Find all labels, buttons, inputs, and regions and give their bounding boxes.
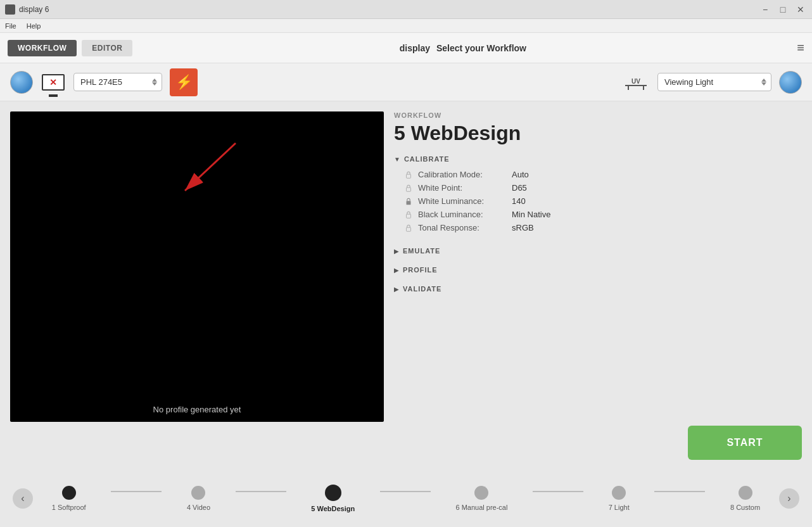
device-select-wrapper: PHL 274E5: [73, 73, 162, 91]
cal-value-4: Min Native: [512, 210, 550, 219]
svg-line-1: [185, 143, 236, 191]
header-subtitle: Select your Workflow: [436, 43, 526, 53]
cal-value-2: D65: [512, 183, 527, 193]
cal-row-tonal-response: Tonal Response: sRGB: [404, 221, 802, 234]
cal-label-3: White Luminance:: [418, 196, 507, 206]
menu-icon[interactable]: ≡: [797, 41, 804, 55]
step-label-6: 6 Manual pre-cal: [455, 504, 507, 511]
menubar: File Help: [0, 19, 812, 33]
usb-icon: ⚡: [175, 74, 193, 91]
stepper-items: 1 Softproof 4 Video 5 WebDesign 6 Manual…: [33, 485, 779, 512]
light-select[interactable]: Viewing Light: [657, 73, 771, 91]
preview-panel: No profile generated yet: [10, 111, 384, 460]
step-connector-7-8: [654, 491, 705, 492]
uv-label: UV: [631, 78, 640, 85]
step-dot-1: [62, 486, 76, 500]
devicebar-right: UV Viewing Light: [622, 71, 802, 94]
close-button[interactable]: ✕: [794, 3, 807, 16]
step-label-8: 8 Custom: [730, 504, 760, 511]
main-content: No profile generated yet WORKFLOW 5 WebD…: [0, 101, 812, 470]
cal-label-2: White Point:: [418, 183, 507, 193]
svg-rect-2: [407, 174, 411, 178]
cal-value-1: Auto: [512, 170, 529, 179]
cal-row-white-luminance: White Luminance: 140: [404, 194, 802, 208]
monitor-icon: ✕: [41, 71, 66, 94]
tab-editor[interactable]: EDITOR: [82, 40, 132, 56]
stepper-next-button[interactable]: ›: [779, 488, 799, 509]
workflow-name: 5 WebDesign: [394, 122, 802, 145]
svg-rect-6: [407, 227, 411, 231]
globe-icon: [10, 71, 33, 94]
minimize-button[interactable]: −: [759, 3, 771, 16]
step-item-6[interactable]: 6 Manual pre-cal: [455, 486, 507, 511]
spacer: [394, 302, 802, 426]
devicebar: ✕ PHL 274E5 ⚡ UV Viewing Light: [0, 63, 812, 101]
workflow-panel: WORKFLOW 5 WebDesign ▼ CALIBRATE Calibra…: [394, 111, 802, 460]
lock-icon-4: [404, 210, 413, 219]
menu-file[interactable]: File: [5, 22, 16, 30]
cal-label-4: Black Luminance:: [418, 210, 507, 219]
app-icon: [5, 4, 15, 15]
globe-right-icon: [779, 71, 802, 94]
step-label-1: 1 Softproof: [52, 504, 86, 511]
device-select[interactable]: PHL 274E5: [73, 73, 162, 91]
step-item-5[interactable]: 5 WebDesign: [311, 485, 355, 512]
red-arrow-icon: [160, 130, 255, 206]
titlebar-title: display 6: [19, 5, 49, 14]
step-label-4: 4 Video: [187, 504, 210, 511]
step-dot-5: [325, 485, 341, 501]
lock-icon-5: [404, 224, 413, 232]
menu-help[interactable]: Help: [27, 22, 41, 30]
maximize-button[interactable]: □: [777, 3, 789, 16]
svg-rect-5: [407, 214, 411, 218]
stepper-prev-button[interactable]: ‹: [13, 488, 33, 509]
titlebar-left: display 6: [5, 4, 49, 15]
cal-row-white-point: White Point: D65: [404, 181, 802, 194]
toolbar: WORKFLOW EDITOR display Select your Work…: [0, 33, 812, 63]
lock-icon-3: [404, 197, 413, 206]
app-name-label: display: [400, 43, 430, 53]
svg-rect-4: [407, 201, 411, 205]
light-select-wrapper: Viewing Light: [657, 73, 771, 91]
step-item-8[interactable]: 8 Custom: [730, 486, 760, 511]
workflow-section-label: WORKFLOW: [394, 111, 802, 119]
lock-icon-2: [404, 184, 413, 193]
step-item-1[interactable]: 1 Softproof: [52, 486, 86, 511]
step-connector-4-5: [236, 491, 286, 492]
validate-arrow-icon: ▶: [394, 286, 399, 293]
titlebar: display 6 − □ ✕: [0, 0, 812, 19]
emulate-section-title: EMULATE: [403, 247, 440, 255]
calibrate-arrow-icon: ▼: [394, 156, 400, 163]
step-label-7: 7 Light: [609, 504, 630, 511]
cal-label-5: Tonal Response:: [418, 223, 507, 232]
cal-row-calibration-mode: Calibration Mode: Auto: [404, 168, 802, 181]
toolbar-center: display Select your Workflow: [137, 43, 792, 53]
toolbar-title: display Select your Workflow: [400, 43, 530, 53]
step-connector-5-6: [380, 491, 431, 492]
emulate-arrow-icon: ▶: [394, 248, 399, 255]
tab-workflow[interactable]: WORKFLOW: [8, 40, 77, 56]
step-connector-1-4: [111, 491, 162, 492]
step-item-4[interactable]: 4 Video: [187, 486, 210, 511]
start-button[interactable]: START: [688, 426, 802, 460]
stepper: ‹ 1 Softproof 4 Video 5 WebDesign 6 Manu…: [0, 470, 812, 527]
validate-section-header[interactable]: ▶ VALIDATE: [394, 283, 802, 295]
profile-arrow-icon: ▶: [394, 267, 399, 274]
profile-section-title: PROFILE: [403, 266, 438, 274]
step-item-7[interactable]: 7 Light: [609, 486, 630, 511]
emulate-section-header[interactable]: ▶ EMULATE: [394, 244, 802, 257]
step-label-5: 5 WebDesign: [311, 505, 355, 512]
svg-rect-3: [407, 187, 411, 191]
validate-section-title: VALIDATE: [403, 285, 441, 293]
step-dot-8: [739, 486, 752, 500]
profile-section-header[interactable]: ▶ PROFILE: [394, 264, 802, 276]
step-dot-4: [191, 486, 205, 500]
usb-icon-wrapper[interactable]: ⚡: [170, 68, 198, 96]
monitor-stand: [49, 94, 58, 97]
preview-image: No profile generated yet: [10, 111, 384, 422]
step-dot-7: [612, 486, 626, 500]
monitor-body: ✕: [42, 74, 65, 91]
cal-value-3: 140: [512, 196, 526, 206]
calibrate-section-header[interactable]: ▼ CALIBRATE: [394, 155, 802, 163]
step-connector-6-7: [533, 491, 583, 492]
